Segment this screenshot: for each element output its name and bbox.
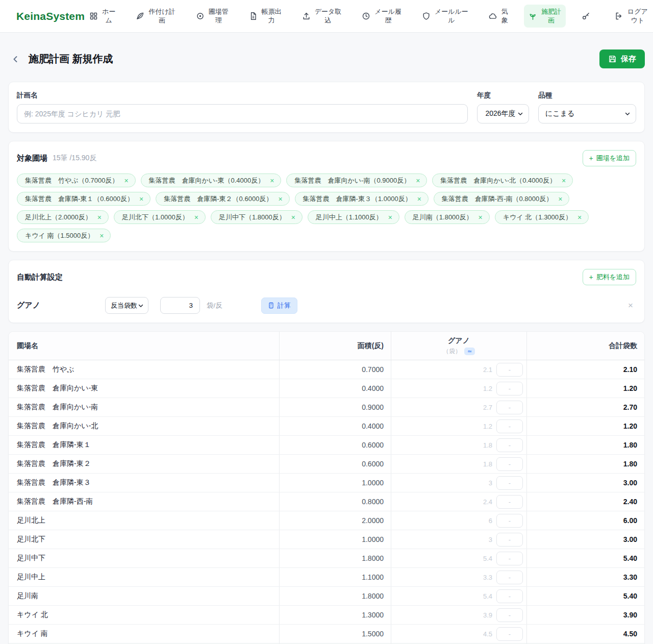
field-chip[interactable]: キウイ 南（1.5000反） × (17, 229, 111, 242)
field-chip[interactable]: 足川南（1.8000反） × (405, 210, 490, 224)
save-button[interactable]: 保存 (599, 49, 645, 68)
nav-item-home[interactable]: ホーム (85, 5, 120, 28)
guano-override-input[interactable] (496, 419, 523, 433)
calculate-button[interactable]: 計算 (261, 298, 297, 314)
close-icon[interactable]: × (278, 195, 282, 203)
target-fields-title: 対象圃場 (17, 154, 47, 163)
close-icon[interactable]: × (628, 301, 633, 311)
close-icon[interactable]: × (416, 177, 420, 185)
close-icon[interactable]: × (139, 195, 143, 203)
guano-computed-value: 4.5 (483, 630, 492, 638)
guano-cell: 3 (391, 530, 526, 549)
logout-icon (615, 12, 623, 20)
guano-override-input[interactable] (496, 382, 523, 395)
guano-override-input[interactable] (496, 363, 523, 377)
guano-computed-value: 1.8 (483, 460, 492, 468)
field-chip[interactable]: 足川中上（1.1000反） × (308, 210, 399, 224)
guano-computed-value: 5.4 (483, 592, 492, 600)
close-icon[interactable]: × (97, 213, 102, 221)
crop-plan-icon (136, 12, 144, 20)
close-icon[interactable]: × (479, 213, 483, 221)
col-header-area: 面積(反) (279, 332, 391, 360)
close-icon[interactable]: × (194, 213, 198, 221)
calculate-button-label: 計算 (278, 301, 291, 310)
col-header-guano: グアノ （袋） ≃ (391, 332, 526, 360)
total-bags-cell: 1.80 (526, 436, 644, 454)
field-chip[interactable]: 集落営農 倉庫向かい-南（0.9000反） × (286, 174, 427, 187)
total-bags-cell: 3.00 (526, 474, 644, 492)
nav-item-mail-rule[interactable]: メールルール (417, 5, 473, 28)
table-row: 集落営農 竹やぶ 0.7000 2.1 2.10 (9, 360, 644, 379)
back-button[interactable] (10, 54, 20, 64)
field-chip-label: 集落営農 倉庫隣-東１（0.6000反） (25, 194, 134, 204)
total-bags-cell: 1.20 (526, 379, 644, 398)
area-cell: 2.0000 (279, 511, 391, 530)
guano-override-input[interactable] (496, 476, 523, 490)
calc-mode-select[interactable]: 反当袋数 (105, 297, 148, 314)
page-header: 施肥計画 新規作成 保存 (8, 49, 645, 68)
field-chip[interactable]: 集落営農 倉庫隣-東１（0.6000反） × (17, 192, 150, 206)
field-chip[interactable]: 集落営農 倉庫向かい-北（0.4000反） × (432, 174, 573, 187)
guano-computed-value: 5.4 (483, 555, 492, 562)
close-icon[interactable]: × (99, 232, 104, 240)
guano-override-input[interactable] (496, 514, 523, 528)
field-chip[interactable]: 足川北下（1.0000反） × (114, 210, 206, 224)
area-cell: 1.8000 (279, 549, 391, 567)
guano-override-input[interactable] (496, 627, 523, 641)
total-bags-cell: 3.90 (526, 606, 644, 624)
guano-override-input[interactable] (496, 495, 523, 509)
field-chip[interactable]: 集落営農 倉庫隣-西-南（0.8000反） × (434, 192, 570, 206)
nav-item-fertilizer-plan[interactable]: 施肥計画 (524, 5, 566, 28)
close-icon[interactable]: × (562, 177, 566, 185)
mail-rule-icon (422, 12, 431, 20)
field-chip[interactable]: 集落営農 倉庫向かい-東（0.4000反） × (141, 174, 282, 187)
nav-item-weather[interactable]: 気象 (484, 5, 513, 28)
close-icon[interactable]: × (388, 213, 392, 221)
chevron-down-icon (137, 302, 144, 309)
nav-item-key[interactable] (577, 9, 599, 23)
plan-name-label: 計画名 (17, 91, 468, 100)
close-icon[interactable]: × (417, 195, 421, 203)
close-icon[interactable]: × (291, 213, 295, 221)
field-name-cell: 集落営農 倉庫隣-東２ (9, 455, 279, 473)
close-icon[interactable]: × (270, 177, 274, 185)
nav-item-field-manage[interactable]: 圃場管理 (191, 5, 233, 28)
close-icon[interactable]: × (577, 213, 582, 221)
field-chip[interactable]: 足川中下（1.8000反） × (211, 210, 303, 224)
guano-override-input[interactable] (496, 533, 523, 547)
nav-item-report-output[interactable]: 帳票出力 (244, 5, 286, 28)
close-icon[interactable]: × (124, 177, 128, 185)
plan-name-input[interactable] (17, 104, 468, 123)
add-fertilizer-button[interactable]: + 肥料を追加 (583, 269, 637, 285)
guano-override-input[interactable] (496, 401, 523, 414)
variety-select[interactable]: にこまる (538, 104, 636, 123)
fertilizer-setting-row: グアノ 反当袋数 袋/反 計算 × (17, 297, 636, 314)
bags-per-tan-input[interactable] (160, 297, 200, 314)
guano-override-input[interactable] (496, 438, 523, 452)
nav-item-logout[interactable]: ログアウト (610, 5, 652, 28)
guano-override-input[interactable] (496, 608, 523, 622)
field-chip[interactable]: キウイ 北（1.3000反） × (495, 210, 589, 224)
field-chip[interactable]: 集落営農 倉庫隣-東２（0.6000反） × (156, 192, 289, 206)
guano-override-input[interactable] (496, 571, 523, 584)
field-chip-label: 集落営農 倉庫向かい-北（0.4000反） (440, 176, 556, 185)
nav-item-crop-plan[interactable]: 作付け計画 (131, 5, 180, 28)
close-icon[interactable]: × (558, 195, 562, 203)
guano-override-input[interactable] (496, 457, 523, 471)
add-field-button[interactable]: + 圃場を追加 (583, 150, 637, 166)
table-row: 集落営農 倉庫隣-東２ 0.6000 1.8 1.80 (9, 455, 644, 474)
field-name-cell: 足川北下 (9, 530, 279, 549)
year-select[interactable]: 2026年度 (477, 104, 529, 123)
field-chip[interactable]: 集落営農 倉庫隣-東３（1.0000反） × (295, 192, 429, 206)
total-bags-cell: 1.20 (526, 417, 644, 435)
nav-item-mail-history[interactable]: メール履歴 (357, 5, 406, 28)
field-chip[interactable]: 集落営農 竹やぶ（0.7000反） × (17, 174, 136, 187)
round-approx-button[interactable]: ≃ (464, 348, 475, 355)
guano-computed-value: 1.2 (483, 423, 492, 430)
app-logo[interactable]: KeinaSystem (16, 10, 85, 22)
guano-override-input[interactable] (496, 589, 523, 603)
field-chip[interactable]: 足川北上（2.0000反） × (17, 210, 109, 224)
guano-override-input[interactable] (496, 552, 523, 565)
area-cell: 1.0000 (279, 474, 391, 492)
nav-item-data-import[interactable]: データ取込 (297, 5, 346, 28)
